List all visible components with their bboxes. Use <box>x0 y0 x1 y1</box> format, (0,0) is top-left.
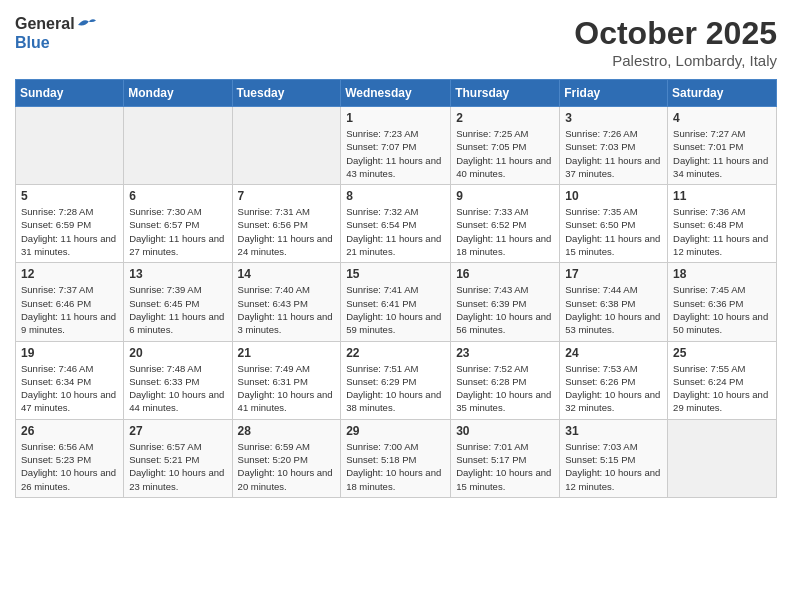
day-number: 10 <box>565 189 662 203</box>
calendar-cell: 31Sunrise: 7:03 AMSunset: 5:15 PMDayligh… <box>560 419 668 497</box>
day-number: 30 <box>456 424 554 438</box>
day-number: 7 <box>238 189 336 203</box>
calendar-cell: 8Sunrise: 7:32 AMSunset: 6:54 PMDaylight… <box>341 185 451 263</box>
cell-info: Sunrise: 7:43 AMSunset: 6:39 PMDaylight:… <box>456 283 554 336</box>
cell-info: Sunrise: 7:33 AMSunset: 6:52 PMDaylight:… <box>456 205 554 258</box>
cell-info: Sunrise: 7:27 AMSunset: 7:01 PMDaylight:… <box>673 127 771 180</box>
day-number: 31 <box>565 424 662 438</box>
calendar-cell: 3Sunrise: 7:26 AMSunset: 7:03 PMDaylight… <box>560 107 668 185</box>
cell-info: Sunrise: 7:00 AMSunset: 5:18 PMDaylight:… <box>346 440 445 493</box>
day-number: 26 <box>21 424 118 438</box>
day-number: 3 <box>565 111 662 125</box>
cell-info: Sunrise: 7:26 AMSunset: 7:03 PMDaylight:… <box>565 127 662 180</box>
cell-info: Sunrise: 7:35 AMSunset: 6:50 PMDaylight:… <box>565 205 662 258</box>
calendar-cell: 13Sunrise: 7:39 AMSunset: 6:45 PMDayligh… <box>124 263 232 341</box>
cell-info: Sunrise: 7:46 AMSunset: 6:34 PMDaylight:… <box>21 362 118 415</box>
day-number: 6 <box>129 189 226 203</box>
logo-general: General <box>15 15 75 32</box>
calendar-header-tuesday: Tuesday <box>232 80 341 107</box>
calendar-cell: 6Sunrise: 7:30 AMSunset: 6:57 PMDaylight… <box>124 185 232 263</box>
cell-info: Sunrise: 7:41 AMSunset: 6:41 PMDaylight:… <box>346 283 445 336</box>
cell-info: Sunrise: 7:45 AMSunset: 6:36 PMDaylight:… <box>673 283 771 336</box>
cell-info: Sunrise: 7:28 AMSunset: 6:59 PMDaylight:… <box>21 205 118 258</box>
day-number: 20 <box>129 346 226 360</box>
calendar-cell: 10Sunrise: 7:35 AMSunset: 6:50 PMDayligh… <box>560 185 668 263</box>
calendar-cell: 24Sunrise: 7:53 AMSunset: 6:26 PMDayligh… <box>560 341 668 419</box>
cell-info: Sunrise: 6:56 AMSunset: 5:23 PMDaylight:… <box>21 440 118 493</box>
day-number: 25 <box>673 346 771 360</box>
calendar-cell: 27Sunrise: 6:57 AMSunset: 5:21 PMDayligh… <box>124 419 232 497</box>
day-number: 24 <box>565 346 662 360</box>
calendar-cell: 4Sunrise: 7:27 AMSunset: 7:01 PMDaylight… <box>668 107 777 185</box>
cell-info: Sunrise: 7:37 AMSunset: 6:46 PMDaylight:… <box>21 283 118 336</box>
calendar-cell: 20Sunrise: 7:48 AMSunset: 6:33 PMDayligh… <box>124 341 232 419</box>
logo-blue: Blue <box>15 34 50 51</box>
calendar-cell: 15Sunrise: 7:41 AMSunset: 6:41 PMDayligh… <box>341 263 451 341</box>
day-number: 4 <box>673 111 771 125</box>
calendar-week-row: 12Sunrise: 7:37 AMSunset: 6:46 PMDayligh… <box>16 263 777 341</box>
calendar-cell <box>124 107 232 185</box>
calendar-week-row: 19Sunrise: 7:46 AMSunset: 6:34 PMDayligh… <box>16 341 777 419</box>
calendar-cell: 18Sunrise: 7:45 AMSunset: 6:36 PMDayligh… <box>668 263 777 341</box>
cell-info: Sunrise: 7:32 AMSunset: 6:54 PMDaylight:… <box>346 205 445 258</box>
day-number: 16 <box>456 267 554 281</box>
cell-info: Sunrise: 7:48 AMSunset: 6:33 PMDaylight:… <box>129 362 226 415</box>
cell-info: Sunrise: 7:53 AMSunset: 6:26 PMDaylight:… <box>565 362 662 415</box>
calendar-cell: 11Sunrise: 7:36 AMSunset: 6:48 PMDayligh… <box>668 185 777 263</box>
calendar-cell: 12Sunrise: 7:37 AMSunset: 6:46 PMDayligh… <box>16 263 124 341</box>
day-number: 14 <box>238 267 336 281</box>
cell-info: Sunrise: 7:03 AMSunset: 5:15 PMDaylight:… <box>565 440 662 493</box>
day-number: 1 <box>346 111 445 125</box>
cell-info: Sunrise: 7:01 AMSunset: 5:17 PMDaylight:… <box>456 440 554 493</box>
calendar-header-friday: Friday <box>560 80 668 107</box>
day-number: 5 <box>21 189 118 203</box>
cell-info: Sunrise: 7:31 AMSunset: 6:56 PMDaylight:… <box>238 205 336 258</box>
page: General Blue October 2025 Palestro, Lomb… <box>0 0 792 513</box>
logo-bird-icon <box>76 16 98 34</box>
calendar-cell: 19Sunrise: 7:46 AMSunset: 6:34 PMDayligh… <box>16 341 124 419</box>
calendar-cell: 28Sunrise: 6:59 AMSunset: 5:20 PMDayligh… <box>232 419 341 497</box>
day-number: 8 <box>346 189 445 203</box>
calendar-header-saturday: Saturday <box>668 80 777 107</box>
logo: General Blue <box>15 15 98 51</box>
cell-info: Sunrise: 6:59 AMSunset: 5:20 PMDaylight:… <box>238 440 336 493</box>
calendar-header-sunday: Sunday <box>16 80 124 107</box>
day-number: 29 <box>346 424 445 438</box>
calendar-cell: 17Sunrise: 7:44 AMSunset: 6:38 PMDayligh… <box>560 263 668 341</box>
calendar-cell: 21Sunrise: 7:49 AMSunset: 6:31 PMDayligh… <box>232 341 341 419</box>
calendar-cell: 14Sunrise: 7:40 AMSunset: 6:43 PMDayligh… <box>232 263 341 341</box>
calendar-cell: 9Sunrise: 7:33 AMSunset: 6:52 PMDaylight… <box>451 185 560 263</box>
cell-info: Sunrise: 7:55 AMSunset: 6:24 PMDaylight:… <box>673 362 771 415</box>
month-title: October 2025 <box>574 15 777 52</box>
calendar-cell: 16Sunrise: 7:43 AMSunset: 6:39 PMDayligh… <box>451 263 560 341</box>
day-number: 18 <box>673 267 771 281</box>
day-number: 28 <box>238 424 336 438</box>
day-number: 21 <box>238 346 336 360</box>
day-number: 17 <box>565 267 662 281</box>
calendar-cell: 30Sunrise: 7:01 AMSunset: 5:17 PMDayligh… <box>451 419 560 497</box>
day-number: 23 <box>456 346 554 360</box>
calendar-table: SundayMondayTuesdayWednesdayThursdayFrid… <box>15 79 777 498</box>
calendar-cell: 22Sunrise: 7:51 AMSunset: 6:29 PMDayligh… <box>341 341 451 419</box>
calendar-week-row: 1Sunrise: 7:23 AMSunset: 7:07 PMDaylight… <box>16 107 777 185</box>
calendar-cell: 2Sunrise: 7:25 AMSunset: 7:05 PMDaylight… <box>451 107 560 185</box>
location: Palestro, Lombardy, Italy <box>574 52 777 69</box>
calendar-week-row: 5Sunrise: 7:28 AMSunset: 6:59 PMDaylight… <box>16 185 777 263</box>
calendar-cell: 25Sunrise: 7:55 AMSunset: 6:24 PMDayligh… <box>668 341 777 419</box>
calendar-cell <box>668 419 777 497</box>
calendar-header-monday: Monday <box>124 80 232 107</box>
header: General Blue October 2025 Palestro, Lomb… <box>15 15 777 69</box>
day-number: 12 <box>21 267 118 281</box>
cell-info: Sunrise: 7:30 AMSunset: 6:57 PMDaylight:… <box>129 205 226 258</box>
calendar-week-row: 26Sunrise: 6:56 AMSunset: 5:23 PMDayligh… <box>16 419 777 497</box>
calendar-cell: 29Sunrise: 7:00 AMSunset: 5:18 PMDayligh… <box>341 419 451 497</box>
cell-info: Sunrise: 6:57 AMSunset: 5:21 PMDaylight:… <box>129 440 226 493</box>
calendar-header-thursday: Thursday <box>451 80 560 107</box>
calendar-header-wednesday: Wednesday <box>341 80 451 107</box>
cell-info: Sunrise: 7:49 AMSunset: 6:31 PMDaylight:… <box>238 362 336 415</box>
calendar-cell: 26Sunrise: 6:56 AMSunset: 5:23 PMDayligh… <box>16 419 124 497</box>
cell-info: Sunrise: 7:39 AMSunset: 6:45 PMDaylight:… <box>129 283 226 336</box>
cell-info: Sunrise: 7:44 AMSunset: 6:38 PMDaylight:… <box>565 283 662 336</box>
calendar-cell: 5Sunrise: 7:28 AMSunset: 6:59 PMDaylight… <box>16 185 124 263</box>
calendar-header-row: SundayMondayTuesdayWednesdayThursdayFrid… <box>16 80 777 107</box>
